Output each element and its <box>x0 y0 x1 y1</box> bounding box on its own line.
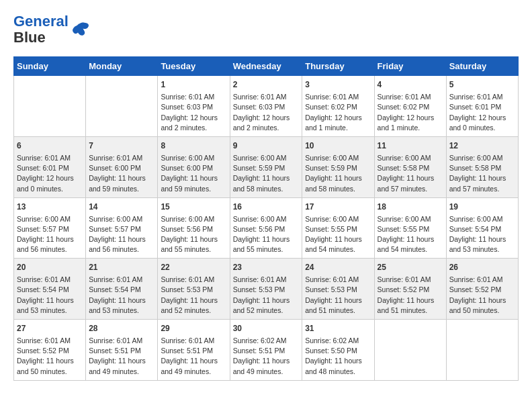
day-number: 19 <box>449 201 515 213</box>
calendar-cell: 21Sunrise: 6:01 AMSunset: 5:54 PMDayligh… <box>86 259 158 320</box>
day-number: 26 <box>449 262 515 273</box>
logo-text: GeneralBlue <box>13 13 69 46</box>
calendar-week-row: 20Sunrise: 6:01 AMSunset: 5:54 PMDayligh… <box>14 259 519 320</box>
day-number: 30 <box>233 323 300 334</box>
col-header-monday: Monday <box>86 57 158 76</box>
calendar-week-row: 27Sunrise: 6:01 AMSunset: 5:52 PMDayligh… <box>14 320 519 381</box>
calendar-cell: 18Sunrise: 6:00 AMSunset: 5:55 PMDayligh… <box>374 197 446 259</box>
day-info: Sunrise: 6:01 AMSunset: 6:01 PMDaylight:… <box>449 92 515 133</box>
calendar-cell: 28Sunrise: 6:01 AMSunset: 5:51 PMDayligh… <box>86 320 158 381</box>
calendar-cell: 27Sunrise: 6:01 AMSunset: 5:52 PMDayligh… <box>14 320 86 381</box>
calendar-week-row: 1Sunrise: 6:01 AMSunset: 6:03 PMDaylight… <box>14 76 519 137</box>
day-info: Sunrise: 6:00 AMSunset: 6:00 PMDaylight:… <box>161 153 226 194</box>
day-number: 7 <box>89 140 154 152</box>
day-info: Sunrise: 6:01 AMSunset: 6:02 PMDaylight:… <box>305 92 371 133</box>
calendar-cell: 30Sunrise: 6:02 AMSunset: 5:51 PMDayligh… <box>230 320 302 381</box>
day-info: Sunrise: 6:01 AMSunset: 5:54 PMDaylight:… <box>89 275 154 316</box>
page-header: GeneralBlue <box>13 13 519 46</box>
day-info: Sunrise: 6:01 AMSunset: 5:54 PMDaylight:… <box>17 275 83 316</box>
calendar-table: SundayMondayTuesdayWednesdayThursdayFrid… <box>13 56 519 380</box>
calendar-cell <box>86 76 158 137</box>
calendar-header-row: SundayMondayTuesdayWednesdayThursdayFrid… <box>14 57 519 76</box>
day-number: 9 <box>233 140 300 152</box>
day-info: Sunrise: 6:01 AMSunset: 6:03 PMDaylight:… <box>161 92 226 133</box>
day-info: Sunrise: 6:00 AMSunset: 5:58 PMDaylight:… <box>378 153 443 194</box>
calendar-cell: 3Sunrise: 6:01 AMSunset: 6:02 PMDaylight… <box>302 76 374 137</box>
col-header-thursday: Thursday <box>302 57 374 76</box>
calendar-cell: 8Sunrise: 6:00 AMSunset: 6:00 PMDaylight… <box>158 137 230 198</box>
day-number: 5 <box>449 79 515 91</box>
day-info: Sunrise: 6:00 AMSunset: 5:56 PMDaylight:… <box>233 214 300 255</box>
calendar-cell: 5Sunrise: 6:01 AMSunset: 6:01 PMDaylight… <box>446 76 518 137</box>
calendar-cell: 15Sunrise: 6:00 AMSunset: 5:56 PMDayligh… <box>158 197 230 259</box>
day-number: 11 <box>378 140 443 152</box>
calendar-cell: 7Sunrise: 6:01 AMSunset: 6:00 PMDaylight… <box>86 137 158 198</box>
day-number: 27 <box>17 323 83 334</box>
calendar-cell: 25Sunrise: 6:01 AMSunset: 5:52 PMDayligh… <box>374 259 446 320</box>
day-number: 23 <box>233 262 300 273</box>
calendar-cell: 2Sunrise: 6:01 AMSunset: 6:03 PMDaylight… <box>230 76 302 137</box>
day-number: 1 <box>161 79 226 91</box>
day-info: Sunrise: 6:00 AMSunset: 5:56 PMDaylight:… <box>161 214 226 255</box>
day-info: Sunrise: 6:01 AMSunset: 6:00 PMDaylight:… <box>89 153 154 194</box>
day-number: 3 <box>305 79 371 91</box>
day-number: 14 <box>89 201 154 213</box>
day-number: 17 <box>305 201 371 213</box>
logo: GeneralBlue <box>13 13 90 46</box>
day-info: Sunrise: 6:01 AMSunset: 5:53 PMDaylight:… <box>161 275 226 316</box>
day-number: 12 <box>449 140 515 152</box>
day-info: Sunrise: 6:01 AMSunset: 5:52 PMDaylight:… <box>449 275 515 316</box>
day-number: 8 <box>161 140 226 152</box>
calendar-cell <box>14 76 86 137</box>
day-number: 18 <box>378 201 443 213</box>
day-number: 20 <box>17 262 83 273</box>
day-info: Sunrise: 6:01 AMSunset: 6:02 PMDaylight:… <box>378 92 443 133</box>
day-number: 4 <box>378 79 443 91</box>
day-info: Sunrise: 6:02 AMSunset: 5:51 PMDaylight:… <box>233 336 300 377</box>
day-number: 31 <box>305 323 371 334</box>
day-number: 28 <box>89 323 154 334</box>
col-header-sunday: Sunday <box>14 57 86 76</box>
calendar-cell: 9Sunrise: 6:00 AMSunset: 5:59 PMDaylight… <box>230 137 302 198</box>
day-info: Sunrise: 6:00 AMSunset: 5:59 PMDaylight:… <box>305 153 371 194</box>
calendar-cell: 23Sunrise: 6:01 AMSunset: 5:53 PMDayligh… <box>230 259 302 320</box>
day-info: Sunrise: 6:01 AMSunset: 5:52 PMDaylight:… <box>17 336 83 377</box>
day-info: Sunrise: 6:01 AMSunset: 5:51 PMDaylight:… <box>89 336 154 377</box>
day-number: 22 <box>161 262 226 273</box>
day-info: Sunrise: 6:00 AMSunset: 5:54 PMDaylight:… <box>449 214 515 255</box>
day-info: Sunrise: 6:01 AMSunset: 5:52 PMDaylight:… <box>378 275 443 316</box>
day-info: Sunrise: 6:01 AMSunset: 6:03 PMDaylight:… <box>233 92 300 133</box>
day-info: Sunrise: 6:02 AMSunset: 5:50 PMDaylight:… <box>305 336 371 377</box>
day-info: Sunrise: 6:01 AMSunset: 5:53 PMDaylight:… <box>233 275 300 316</box>
day-info: Sunrise: 6:01 AMSunset: 6:01 PMDaylight:… <box>17 153 83 194</box>
day-number: 13 <box>17 201 83 213</box>
calendar-cell: 11Sunrise: 6:00 AMSunset: 5:58 PMDayligh… <box>374 137 446 198</box>
day-info: Sunrise: 6:01 AMSunset: 5:51 PMDaylight:… <box>161 336 226 377</box>
col-header-saturday: Saturday <box>446 57 518 76</box>
calendar-cell: 14Sunrise: 6:00 AMSunset: 5:57 PMDayligh… <box>86 197 158 259</box>
col-header-wednesday: Wednesday <box>230 57 302 76</box>
day-number: 10 <box>305 140 371 152</box>
calendar-week-row: 6Sunrise: 6:01 AMSunset: 6:01 PMDaylight… <box>14 137 519 198</box>
day-info: Sunrise: 6:00 AMSunset: 5:59 PMDaylight:… <box>233 153 300 194</box>
logo-bird-icon <box>70 19 90 40</box>
calendar-cell: 17Sunrise: 6:00 AMSunset: 5:55 PMDayligh… <box>302 197 374 259</box>
day-number: 15 <box>161 201 226 213</box>
calendar-week-row: 13Sunrise: 6:00 AMSunset: 5:57 PMDayligh… <box>14 197 519 259</box>
calendar-cell <box>446 320 518 381</box>
day-number: 25 <box>378 262 443 273</box>
calendar-cell: 12Sunrise: 6:00 AMSunset: 5:58 PMDayligh… <box>446 137 518 198</box>
calendar-cell: 19Sunrise: 6:00 AMSunset: 5:54 PMDayligh… <box>446 197 518 259</box>
day-number: 24 <box>305 262 371 273</box>
day-number: 16 <box>233 201 300 213</box>
day-info: Sunrise: 6:00 AMSunset: 5:57 PMDaylight:… <box>17 214 83 255</box>
col-header-tuesday: Tuesday <box>158 57 230 76</box>
calendar-cell: 31Sunrise: 6:02 AMSunset: 5:50 PMDayligh… <box>302 320 374 381</box>
day-info: Sunrise: 6:00 AMSunset: 5:55 PMDaylight:… <box>305 214 371 255</box>
calendar-cell: 20Sunrise: 6:01 AMSunset: 5:54 PMDayligh… <box>14 259 86 320</box>
calendar-cell: 26Sunrise: 6:01 AMSunset: 5:52 PMDayligh… <box>446 259 518 320</box>
day-info: Sunrise: 6:00 AMSunset: 5:55 PMDaylight:… <box>378 214 443 255</box>
calendar-cell: 4Sunrise: 6:01 AMSunset: 6:02 PMDaylight… <box>374 76 446 137</box>
calendar-cell: 13Sunrise: 6:00 AMSunset: 5:57 PMDayligh… <box>14 197 86 259</box>
calendar-cell: 10Sunrise: 6:00 AMSunset: 5:59 PMDayligh… <box>302 137 374 198</box>
